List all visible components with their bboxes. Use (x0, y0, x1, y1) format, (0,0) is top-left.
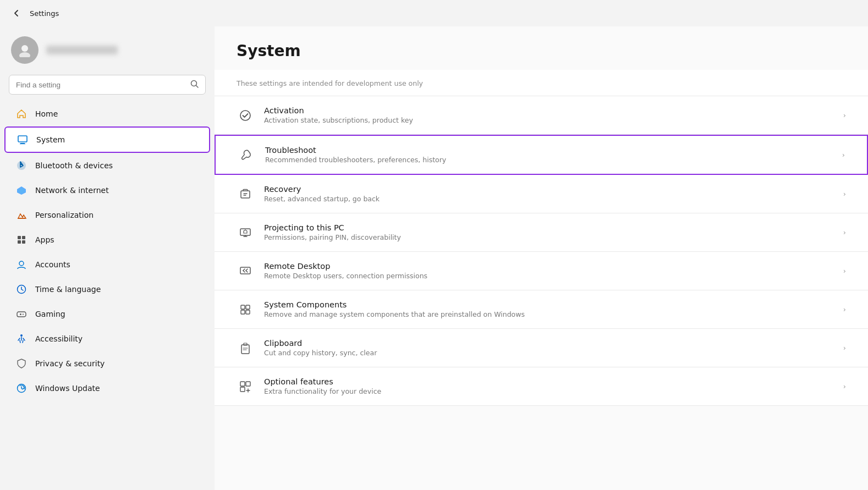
partial-top-item: These settings are intended for developm… (215, 70, 868, 96)
search-input[interactable] (16, 81, 186, 89)
sidebar-item-accounts[interactable]: Accounts (4, 252, 210, 277)
optional-features-text: Optional features Extra functionality fo… (264, 377, 833, 395)
user-profile[interactable] (0, 26, 215, 73)
settings-item-optional-features[interactable]: Optional features Extra functionality fo… (215, 367, 868, 406)
remote-desktop-title: Remote Desktop (264, 262, 833, 271)
sidebar-item-update[interactable]: Windows Update (4, 376, 210, 400)
sidebar-item-accessibility[interactable]: Accessibility (4, 327, 210, 351)
activation-chevron: › (843, 111, 846, 119)
projecting-text: Projecting to this PC Permissions, pairi… (264, 223, 833, 241)
troubleshoot-text: Troubleshoot Recommended troubleshooters… (265, 146, 832, 164)
settings-item-system-components[interactable]: System Components Remove and manage syst… (215, 290, 868, 329)
sidebar-item-personalization[interactable]: Personalization (4, 203, 210, 227)
clipboard-text: Clipboard Cut and copy history, sync, cl… (264, 339, 833, 357)
sidebar-item-apps-label: Apps (35, 235, 54, 244)
projecting-chevron: › (843, 228, 846, 236)
clipboard-chevron: › (843, 344, 846, 352)
svg-rect-12 (22, 236, 25, 239)
svg-point-7 (17, 161, 26, 170)
gaming-icon (15, 308, 28, 320)
sidebar-nav: Home System (0, 101, 215, 490)
sidebar-item-accessibility-label: Accessibility (35, 334, 83, 343)
time-icon (15, 283, 28, 295)
sidebar-item-network-label: Network & internet (35, 186, 109, 195)
optional-features-desc: Extra functionality for your device (264, 387, 833, 395)
sidebar-item-bluetooth-label: Bluetooth & devices (35, 161, 113, 170)
sidebar-item-gaming[interactable]: Gaming (4, 302, 210, 326)
sidebar-item-update-label: Windows Update (35, 384, 100, 393)
system-components-icon (237, 301, 254, 318)
accounts-icon (15, 258, 28, 271)
clipboard-title: Clipboard (264, 339, 833, 348)
optional-features-title: Optional features (264, 377, 833, 386)
search-icon (190, 80, 199, 90)
svg-line-34 (246, 271, 248, 272)
troubleshoot-chevron: › (842, 151, 845, 159)
svg-point-21 (20, 334, 23, 337)
clipboard-desc: Cut and copy history, sync, clear (264, 349, 833, 357)
search-box[interactable] (9, 75, 206, 95)
partial-top-text: These settings are intended for developm… (237, 79, 423, 87)
svg-point-23 (240, 111, 250, 120)
svg-point-0 (21, 45, 28, 52)
svg-rect-4 (18, 136, 27, 142)
projecting-icon (237, 224, 254, 241)
system-components-title: System Components (264, 300, 833, 309)
svg-line-32 (243, 271, 245, 272)
sidebar-item-system[interactable]: System (4, 126, 210, 153)
settings-item-remote-desktop[interactable]: Remote Desktop Remote Desktop users, con… (215, 252, 868, 290)
settings-list: These settings are intended for developm… (215, 70, 868, 417)
svg-rect-14 (22, 240, 25, 244)
svg-point-20 (23, 314, 24, 315)
recovery-text: Recovery Reset, advanced startup, go bac… (264, 185, 833, 203)
activation-desc: Activation state, subscriptions, product… (264, 116, 833, 124)
svg-rect-35 (241, 305, 245, 309)
settings-item-projecting[interactable]: Projecting to this PC Permissions, pairi… (215, 213, 868, 252)
sidebar-item-network[interactable]: Network & internet (4, 178, 210, 202)
bluetooth-icon (15, 159, 28, 172)
main-layout: Home System (0, 26, 868, 490)
activation-icon (237, 107, 254, 124)
sidebar-item-apps[interactable]: Apps (4, 228, 210, 252)
projecting-title: Projecting to this PC (264, 223, 833, 232)
page-title: System (237, 42, 846, 60)
recovery-icon (237, 185, 254, 203)
recovery-desc: Reset, advanced startup, go back (264, 195, 833, 203)
system-components-desc: Remove and manage system components that… (264, 310, 833, 318)
sidebar-item-time[interactable]: Time & language (4, 277, 210, 301)
content-area: System These settings are intended for d… (215, 26, 868, 490)
svg-rect-13 (18, 240, 21, 244)
svg-line-3 (196, 86, 199, 88)
settings-item-clipboard[interactable]: Clipboard Cut and copy history, sync, cl… (215, 329, 868, 367)
title-bar: Settings (0, 0, 868, 26)
settings-item-activation[interactable]: Activation Activation state, subscriptio… (215, 96, 868, 135)
back-button[interactable] (9, 5, 24, 21)
svg-rect-24 (241, 191, 250, 198)
apps-icon (15, 234, 28, 246)
svg-rect-37 (241, 310, 245, 314)
sidebar-item-home[interactable]: Home (4, 102, 210, 126)
svg-rect-36 (246, 305, 250, 309)
sidebar-item-gaming-label: Gaming (35, 310, 65, 318)
svg-rect-39 (241, 345, 249, 354)
system-components-chevron: › (843, 305, 846, 313)
remote-desktop-desc: Remote Desktop users, connection permiss… (264, 272, 833, 280)
svg-rect-45 (240, 387, 245, 392)
projecting-desc: Permissions, pairing PIN, discoverabilit… (264, 233, 833, 241)
optional-features-icon (237, 378, 254, 395)
svg-point-1 (19, 52, 30, 57)
settings-item-recovery[interactable]: Recovery Reset, advanced startup, go bac… (215, 175, 868, 213)
sidebar-item-privacy[interactable]: Privacy & security (4, 351, 210, 376)
svg-rect-43 (240, 382, 245, 386)
svg-rect-11 (18, 236, 21, 239)
clipboard-icon (237, 339, 254, 357)
sidebar-item-time-label: Time & language (35, 285, 101, 294)
sidebar-item-bluetooth[interactable]: Bluetooth & devices (4, 153, 210, 178)
activation-title: Activation (264, 106, 833, 115)
content-header: System (215, 26, 868, 70)
personalization-icon (15, 209, 28, 221)
optional-features-chevron: › (843, 382, 846, 390)
svg-rect-40 (244, 343, 247, 345)
settings-item-troubleshoot[interactable]: Troubleshoot Recommended troubleshooters… (215, 135, 868, 175)
recovery-chevron: › (843, 190, 846, 198)
